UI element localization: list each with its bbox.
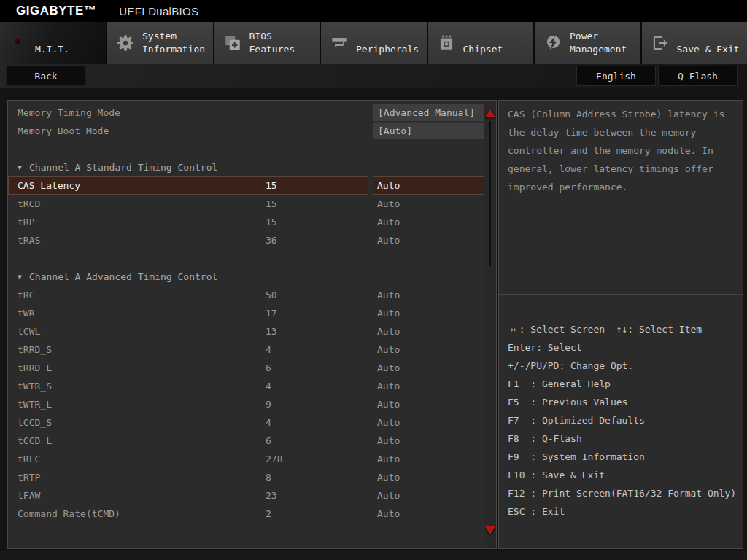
collapse-arrow-icon: ▼ [18,158,22,176]
setting-row[interactable]: tWTR_S4Auto [8,377,484,395]
scroll-up-icon[interactable] [485,109,495,117]
setting-name: tWR [18,304,34,322]
setting-value: 4 [266,341,271,359]
setting-name: tRRD_S [18,341,52,359]
tab-mit[interactable]: M.I.T. [0,22,106,64]
setting-row[interactable]: tRRD_S4Auto [8,341,484,359]
tab-save-exit[interactable]: Save & Exit [642,22,747,64]
back-button[interactable]: Back [6,66,86,86]
setting-value: 4 [266,377,271,395]
setting-mode: Auto [377,486,400,505]
language-button[interactable]: English [576,66,656,86]
tab-label: BIOS Features [249,30,317,56]
setting-name: tRC [18,286,34,304]
setting-name: tRCD [18,195,40,213]
setting-row[interactable]: tRAS36Auto [8,231,484,249]
hotkey-line: →←: Select Screen ↑↓: Select Item [508,320,743,338]
save-exit-icon [651,34,670,52]
tab-bios-features[interactable]: BIOS Features [214,22,320,64]
setting-value: 6 [266,432,271,450]
setting-name: tRRD_L [18,359,52,377]
tab-label: System Information [142,30,209,56]
hotkey-line: F9 : System Information [508,448,743,466]
tab-power-management[interactable]: Power Management [535,22,640,64]
setting-mode: Auto [377,359,400,377]
setting-mode: Auto [377,322,400,341]
red-dot-icon [9,34,28,52]
content-area: Memory Timing Mode[Advanced Manual]Memor… [0,88,747,551]
setting-row[interactable]: CAS Latency15Auto [8,176,484,195]
setting-mode: Auto [377,195,400,213]
setting-value: 6 [266,359,271,377]
hotkey-line: F5 : Previous Values [508,393,743,411]
dropdown-value-box[interactable]: [Advanced Manual] [373,104,485,121]
tab-label: M.I.T. [35,30,69,56]
power-bolt-icon [543,34,562,52]
brand-separator [107,4,107,18]
hotkey-line: F8 : Q-Flash [508,429,743,448]
setting-value: 15 [266,195,277,213]
qflash-button[interactable]: Q-Flash [658,66,738,86]
setting-row[interactable]: tCWL13Auto [8,322,484,341]
scroll-down-icon[interactable] [485,526,495,534]
tab-label: Save & Exit [677,30,740,56]
setting-row[interactable]: tRTP8Auto [8,468,484,486]
tab-label: Chipset [463,30,503,56]
tab-peripherals[interactable]: Peripherals [321,22,427,64]
dropdown-value-box[interactable]: [Auto] [373,122,485,139]
dropdown-setting-row[interactable]: Memory Boot Mode[Auto] [8,122,484,140]
setting-mode: Auto [377,450,400,468]
setting-value: 13 [266,322,277,341]
tab-system-information[interactable]: System Information [107,22,213,64]
dropdown-setting-row[interactable]: Memory Timing Mode[Advanced Manual] [8,104,484,122]
setting-value: 2 [266,505,271,523]
setting-row[interactable]: tCCD_S4Auto [8,413,484,432]
setting-name: tWTR_S [18,377,52,395]
collapse-arrow-icon: ▼ [18,268,22,286]
setting-row[interactable]: tRP15Auto [8,213,484,231]
hotkey-line: +/-/PU/PD: Change Opt. [508,357,743,375]
tab-label: Peripherals [356,30,419,56]
setting-row[interactable]: Command Rate(tCMD)2Auto [8,505,484,523]
setting-value: 4 [266,413,271,432]
hotkey-line: F12 : Print Screen(FAT16/32 Format Only) [508,484,743,502]
setting-row[interactable]: tRFC278Auto [8,450,484,468]
tab-chipset[interactable]: Chipset [428,22,534,64]
tab-label: Power Management [570,30,637,56]
setting-value: 23 [266,486,277,505]
scrollbar-thumb[interactable] [489,121,491,266]
secondary-toolbar: Back English Q-Flash [0,64,747,88]
setting-value: 15 [266,213,277,231]
setting-name: Memory Boot Mode [18,122,109,140]
setting-row[interactable]: tRC50Auto [8,286,484,304]
setting-value: 15 [266,176,277,195]
footer-strip [0,551,747,560]
main-menu-tabbar: M.I.T. System Information BIOS Features [0,22,747,64]
setting-name: CAS Latency [18,176,80,195]
setting-row[interactable]: tRRD_L6Auto [8,359,484,377]
help-panel: CAS (Column Address Strobe) latency is t… [498,100,743,549]
setting-name: tFAW [18,486,40,505]
setting-row[interactable]: tRCD15Auto [8,195,484,213]
setting-mode: Auto [377,413,400,432]
setting-mode: Auto [377,231,400,249]
setting-row[interactable]: tWTR_L9Auto [8,395,484,413]
scrollbar[interactable] [484,101,496,548]
setting-mode: Auto [377,304,400,322]
setting-row[interactable]: tFAW23Auto [8,486,484,505]
setting-name: tCCD_S [18,413,52,432]
setting-row[interactable]: tCCD_L6Auto [8,432,484,450]
setting-value: 8 [266,468,271,486]
setting-name: Command Rate(tCMD) [18,505,120,523]
setting-mode: Auto [377,432,400,450]
gigabyte-logo: GIGABYTE™ [16,4,96,18]
item-help-text: CAS (Column Address Strobe) latency is t… [508,105,737,196]
gear-icon [116,34,135,52]
setting-mode: Auto [377,377,400,395]
section-header[interactable]: ▼Channel A Standard Timing Control [8,158,484,176]
setting-mode: Auto [377,395,400,413]
setting-mode: Auto [377,341,400,359]
peripherals-icon [330,34,349,52]
setting-row[interactable]: tWR17Auto [8,304,484,322]
section-header[interactable]: ▼Channel A Advanced Timing Control [8,268,484,286]
